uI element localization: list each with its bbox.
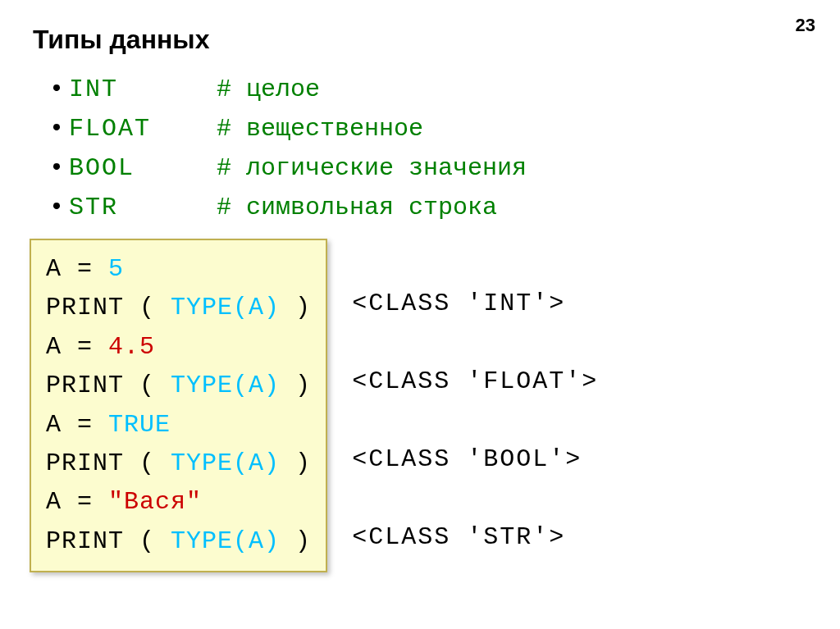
code-output-row: A = 5 PRINT ( TYPE(A) ) A = 4.5 PRINT ( … — [33, 239, 807, 596]
output-line: <CLASS 'INT'> — [352, 285, 598, 362]
code-line: PRINT ( TYPE(A) ) — [46, 289, 311, 327]
list-item: •FLOAT# вещественное — [49, 109, 807, 148]
list-item: •STR# символьная строка — [49, 188, 807, 227]
print-kw: PRINT — [46, 449, 124, 477]
type-name: STR — [69, 188, 217, 227]
paren: ( — [139, 371, 155, 399]
type-call: TYPE(A) — [171, 294, 280, 321]
output-line: <CLASS 'BOOL'> — [352, 440, 598, 518]
type-comment: # целое — [217, 75, 320, 103]
type-name: FLOAT — [69, 109, 217, 148]
list-item: •BOOL# логические значения — [49, 148, 807, 188]
code-line: PRINT ( TYPE(A) ) — [46, 444, 311, 483]
page-number: 23 — [796, 15, 815, 36]
bullet-icon: • — [49, 194, 64, 221]
eq: = — [77, 411, 93, 439]
print-kw: PRINT — [46, 294, 124, 321]
paren: ) — [295, 294, 311, 321]
eq: = — [77, 333, 93, 361]
type-comment: # логические значения — [217, 154, 527, 182]
output-line: <CLASS 'FLOAT'> — [352, 362, 598, 440]
type-call: TYPE(A) — [171, 371, 280, 399]
var-a: A — [46, 411, 62, 439]
code-box: A = 5 PRINT ( TYPE(A) ) A = 4.5 PRINT ( … — [30, 239, 327, 572]
eq: = — [77, 255, 93, 283]
code-line: A = TRUE — [46, 406, 311, 444]
var-a: A — [46, 255, 62, 283]
bullet-icon: • — [49, 75, 64, 103]
print-kw: PRINT — [46, 527, 124, 555]
code-line: PRINT ( TYPE(A) ) — [46, 522, 311, 561]
type-call: TYPE(A) — [171, 527, 280, 555]
paren: ) — [295, 371, 311, 399]
type-name: INT — [69, 70, 217, 109]
paren: ( — [139, 527, 155, 555]
paren: ( — [139, 449, 155, 477]
str-literal: "Вася" — [108, 488, 202, 516]
bullet-icon: • — [49, 115, 64, 143]
var-a: A — [46, 333, 62, 361]
bullet-icon: • — [49, 154, 64, 182]
var-a: A — [46, 488, 62, 516]
paren: ( — [139, 294, 155, 321]
output-column: <CLASS 'INT'> <CLASS 'FLOAT'> <CLASS 'BO… — [352, 239, 598, 596]
type-list: •INT# целое •FLOAT# вещественное •BOOL# … — [49, 70, 807, 227]
code-line: A = 5 — [46, 250, 311, 289]
int-literal: 5 — [108, 255, 124, 283]
paren: ) — [295, 449, 311, 477]
print-kw: PRINT — [46, 371, 124, 399]
code-line: PRINT ( TYPE(A) ) — [46, 367, 311, 405]
list-item: •INT# целое — [49, 70, 807, 109]
code-line: A = "Вася" — [46, 483, 311, 522]
paren: ) — [295, 527, 311, 555]
type-name: BOOL — [69, 148, 217, 188]
eq: = — [77, 488, 93, 516]
code-line: A = 4.5 — [46, 328, 311, 367]
type-comment: # символьная строка — [217, 194, 497, 221]
page-title: Типы данных — [33, 25, 807, 55]
float-literal: 4.5 — [108, 333, 155, 361]
type-comment: # вещественное — [217, 115, 423, 143]
type-call: TYPE(A) — [171, 449, 280, 477]
bool-literal: TRUE — [108, 411, 171, 439]
output-line: <CLASS 'STR'> — [352, 518, 598, 596]
